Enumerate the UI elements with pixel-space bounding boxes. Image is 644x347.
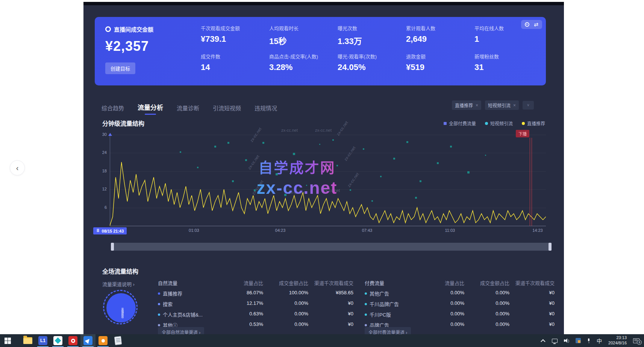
tab-违规情况[interactable]: 违规情况 bbox=[255, 104, 277, 115]
legend-item-短视频引流[interactable]: 短视频引流 bbox=[485, 120, 513, 126]
filter-tag-label: 短视频引流 bbox=[488, 102, 511, 108]
taskbar-app-pointer[interactable] bbox=[80, 334, 95, 347]
channel-explain-link[interactable]: 流量渠道说明 › bbox=[102, 280, 135, 288]
slider-handle-right[interactable] bbox=[549, 243, 552, 251]
create-goal-button[interactable]: 创建目标 bbox=[105, 62, 135, 74]
x-axis-line bbox=[110, 226, 546, 226]
metric-cell: 退款金额¥519 bbox=[406, 53, 471, 81]
filter-tag-label: 直播推荐 bbox=[455, 102, 473, 108]
all-natural-channels-link[interactable]: 全部自然流量渠道 › bbox=[158, 327, 204, 334]
row-label-text: 千川品牌广告 bbox=[370, 300, 399, 307]
analytics-window: 直播间成交金额 ¥2,357 创建目标 千次观看成交金额¥739.1人均观看时长… bbox=[83, 2, 564, 334]
tab-流量诊断[interactable]: 流量诊断 bbox=[177, 104, 199, 115]
table-cell-value: ¥0 bbox=[308, 300, 353, 307]
microphone-icon[interactable] bbox=[587, 338, 590, 343]
taskbar-file-explorer[interactable] bbox=[20, 334, 35, 347]
x-axis-tick: 04:23 bbox=[275, 228, 286, 233]
chart-title: 分钟级流量结构 bbox=[102, 119, 144, 128]
gear-icon[interactable] bbox=[525, 22, 529, 27]
metric-value: 15秒 bbox=[269, 34, 334, 46]
y-axis-tick: 30 bbox=[97, 132, 107, 137]
tab-引流短视频[interactable]: 引流短视频 bbox=[213, 104, 241, 115]
table-cell-value: 0.00% bbox=[263, 311, 308, 318]
table-cell-value: 0.00% bbox=[421, 290, 464, 297]
back-button[interactable]: ‹ bbox=[10, 160, 25, 175]
table-column-header: 流量占比 bbox=[224, 279, 263, 286]
row-label-text: 千川PC版 bbox=[370, 311, 391, 318]
taskbar-app-notepad[interactable] bbox=[111, 334, 126, 347]
filter-dropdown-button[interactable]: ˅ bbox=[523, 101, 534, 110]
table-row-label: 其他广告 bbox=[365, 290, 421, 297]
notification-badge: 3 bbox=[637, 340, 642, 345]
taskbar-app-teal[interactable] bbox=[50, 334, 65, 347]
close-icon[interactable]: × bbox=[513, 103, 516, 108]
tab-流量分析[interactable]: 流量分析 bbox=[138, 102, 163, 115]
table-column-header: 成交金额占比 bbox=[263, 279, 308, 286]
metric-label: 曝光-观看率(次数) bbox=[338, 53, 402, 60]
table-row-label: 直播推荐 bbox=[158, 290, 224, 297]
table-row-label: 千川PC版 bbox=[365, 311, 421, 318]
taskbar-clock[interactable]: 23:13 2024/8/16 bbox=[608, 335, 627, 346]
tray-expand-icon[interactable] bbox=[541, 339, 546, 344]
tab-综合趋势[interactable]: 综合趋势 bbox=[102, 104, 124, 115]
panel-corner-actions: ⇄ bbox=[521, 20, 542, 29]
scatter-dot bbox=[371, 200, 373, 202]
table-column-header: 成交金额占比 bbox=[464, 279, 509, 286]
filter-tag[interactable]: 短视频引流× bbox=[485, 100, 519, 110]
scatter-dot bbox=[232, 180, 234, 182]
slider-handle-left[interactable] bbox=[111, 243, 114, 251]
primary-metric-title: 直播间成交金额 bbox=[105, 25, 199, 33]
metric-label: 新增粉丝数 bbox=[474, 53, 539, 60]
all-paid-channels-link[interactable]: 全部付费流量渠道 › bbox=[365, 327, 411, 334]
metric-value: ¥519 bbox=[406, 62, 471, 72]
metric-label: 千次观看成交金额 bbox=[201, 24, 265, 32]
legend-label: 直播推荐 bbox=[527, 120, 545, 126]
scatter-dot bbox=[293, 153, 295, 155]
chart-legend: 全部付费流量短视频引流直播推荐 bbox=[444, 120, 545, 126]
row-label-text: 其他广告 bbox=[370, 290, 389, 297]
chart-range-slider[interactable] bbox=[111, 243, 552, 251]
legend-item-全部付费流量[interactable]: 全部付费流量 bbox=[444, 120, 476, 126]
scatter-dot bbox=[332, 139, 334, 141]
metric-value: 3.28% bbox=[269, 62, 334, 72]
selected-time-label[interactable]: ⠿ 08/15 21:43 bbox=[93, 227, 127, 234]
scatter-dot bbox=[284, 194, 286, 196]
taskbar-app-red[interactable] bbox=[65, 334, 80, 347]
scatter-dot bbox=[393, 158, 395, 160]
metric-cell: 曝光-观看率(次数)24.05% bbox=[338, 53, 402, 81]
filter-tag[interactable]: 直播推荐× bbox=[452, 100, 481, 110]
row-bullet-icon bbox=[158, 314, 160, 316]
start-button[interactable] bbox=[0, 334, 15, 347]
table-cell-value: 0.00% bbox=[464, 321, 509, 329]
scatter-dot bbox=[227, 142, 229, 144]
slider-selection[interactable] bbox=[114, 243, 549, 251]
taskbar-app-l1[interactable]: L1 bbox=[35, 334, 50, 347]
volume-icon[interactable]: ) bbox=[564, 338, 569, 343]
pointer-app-icon bbox=[83, 336, 92, 345]
row-bullet-icon bbox=[158, 303, 160, 305]
donut-label: 直播推荐 bbox=[120, 308, 124, 318]
row-bullet-icon bbox=[365, 292, 367, 295]
ime-indicator[interactable]: 中 bbox=[597, 337, 602, 344]
close-icon[interactable]: × bbox=[476, 103, 478, 108]
table-cell-value: ¥0 bbox=[509, 300, 555, 307]
legend-swatch-icon bbox=[444, 122, 447, 125]
notepad-icon bbox=[114, 336, 122, 345]
metric-label: 人均观看时长 bbox=[269, 24, 334, 32]
tray-app-icon[interactable] bbox=[576, 338, 581, 343]
table-cell-value: 0.00% bbox=[421, 311, 464, 318]
legend-swatch-icon bbox=[522, 122, 525, 125]
taskbar-app-orange[interactable] bbox=[95, 334, 111, 347]
metric-label: 商品点击-成交率(人数) bbox=[269, 53, 334, 60]
scatter-dot bbox=[406, 141, 408, 143]
scatter-dot bbox=[306, 185, 307, 186]
traffic-table-grid: 付费流量流量占比成交金额占比渠道千次观看成交其他广告0.00%0.00%¥0千川… bbox=[365, 279, 555, 329]
legend-item-直播推荐[interactable]: 直播推荐 bbox=[522, 120, 545, 126]
scatter-dot bbox=[380, 176, 382, 177]
metric-label: 曝光次数 bbox=[338, 24, 402, 32]
notification-center-icon[interactable]: 3 bbox=[633, 338, 639, 343]
network-icon[interactable] bbox=[552, 339, 558, 343]
metric-cell: 商品点击-成交率(人数)3.28% bbox=[269, 53, 334, 81]
stream-end-marker-line bbox=[532, 138, 532, 226]
swap-icon[interactable]: ⇄ bbox=[534, 22, 538, 27]
